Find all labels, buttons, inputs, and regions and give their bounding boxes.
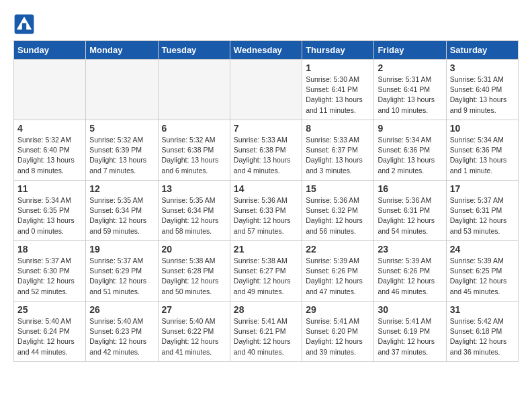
day-detail: Sunrise: 5:34 AMSunset: 6:36 PMDaylight:… <box>450 135 515 176</box>
day-number: 19 <box>89 244 154 255</box>
page-container: SundayMondayTuesdayWednesdayThursdayFrid… <box>13 13 519 362</box>
day-detail: Sunrise: 5:39 AMSunset: 6:26 PMDaylight:… <box>378 256 442 297</box>
day-detail: Sunrise: 5:33 AMSunset: 6:38 PMDaylight:… <box>234 135 298 176</box>
calendar-cell: 27Sunrise: 5:40 AMSunset: 6:22 PMDayligh… <box>158 302 230 362</box>
day-number: 25 <box>17 304 82 315</box>
calendar-cell: 9Sunrise: 5:34 AMSunset: 6:36 PMDaylight… <box>374 120 446 181</box>
calendar-cell: 31Sunrise: 5:42 AMSunset: 6:18 PMDayligh… <box>446 302 518 362</box>
calendar-header-monday: Monday <box>86 41 158 60</box>
calendar-cell <box>230 60 302 120</box>
calendar-cell: 14Sunrise: 5:36 AMSunset: 6:33 PMDayligh… <box>230 181 302 241</box>
day-detail: Sunrise: 5:41 AMSunset: 6:21 PMDaylight:… <box>234 316 298 357</box>
calendar-cell: 2Sunrise: 5:31 AMSunset: 6:41 PMDaylight… <box>374 60 446 120</box>
day-detail: Sunrise: 5:30 AMSunset: 6:41 PMDaylight:… <box>306 75 370 116</box>
day-number: 4 <box>17 123 82 134</box>
calendar-cell: 4Sunrise: 5:32 AMSunset: 6:40 PMDaylight… <box>14 120 86 181</box>
calendar-cell: 15Sunrise: 5:36 AMSunset: 6:32 PMDayligh… <box>302 181 374 241</box>
day-detail: Sunrise: 5:39 AMSunset: 6:26 PMDaylight:… <box>306 256 370 297</box>
day-number: 15 <box>306 183 370 194</box>
day-detail: Sunrise: 5:33 AMSunset: 6:37 PMDaylight:… <box>306 135 370 176</box>
day-detail: Sunrise: 5:40 AMSunset: 6:22 PMDaylight:… <box>162 316 226 357</box>
calendar-cell <box>86 60 158 120</box>
day-number: 14 <box>234 183 298 194</box>
day-detail: Sunrise: 5:37 AMSunset: 6:31 PMDaylight:… <box>450 195 515 236</box>
day-detail: Sunrise: 5:38 AMSunset: 6:27 PMDaylight:… <box>234 256 298 297</box>
day-detail: Sunrise: 5:34 AMSunset: 6:36 PMDaylight:… <box>378 135 442 176</box>
day-detail: Sunrise: 5:32 AMSunset: 6:39 PMDaylight:… <box>89 135 154 176</box>
calendar-cell: 18Sunrise: 5:37 AMSunset: 6:30 PMDayligh… <box>14 241 86 302</box>
calendar-cell: 12Sunrise: 5:35 AMSunset: 6:34 PMDayligh… <box>86 181 158 241</box>
calendar-cell: 7Sunrise: 5:33 AMSunset: 6:38 PMDaylight… <box>230 120 302 181</box>
calendar-header-wednesday: Wednesday <box>230 41 302 60</box>
day-number: 31 <box>450 304 515 315</box>
day-detail: Sunrise: 5:41 AMSunset: 6:20 PMDaylight:… <box>306 316 370 357</box>
calendar-cell: 25Sunrise: 5:40 AMSunset: 6:24 PMDayligh… <box>14 302 86 362</box>
day-number: 2 <box>378 62 442 73</box>
week-row-2: 4Sunrise: 5:32 AMSunset: 6:40 PMDaylight… <box>14 120 519 181</box>
day-number: 30 <box>378 304 442 315</box>
day-detail: Sunrise: 5:39 AMSunset: 6:25 PMDaylight:… <box>450 256 515 297</box>
day-number: 21 <box>234 244 298 255</box>
calendar-cell <box>158 60 230 120</box>
day-number: 26 <box>89 304 154 315</box>
calendar-cell: 5Sunrise: 5:32 AMSunset: 6:39 PMDaylight… <box>86 120 158 181</box>
day-detail: Sunrise: 5:37 AMSunset: 6:29 PMDaylight:… <box>89 256 154 297</box>
day-number: 16 <box>378 183 442 194</box>
day-detail: Sunrise: 5:38 AMSunset: 6:28 PMDaylight:… <box>162 256 226 297</box>
day-number: 28 <box>234 304 298 315</box>
day-number: 23 <box>378 244 442 255</box>
day-number: 8 <box>306 123 370 134</box>
calendar-cell: 24Sunrise: 5:39 AMSunset: 6:25 PMDayligh… <box>446 241 518 302</box>
logo <box>13 13 39 35</box>
day-number: 1 <box>306 62 370 73</box>
day-detail: Sunrise: 5:34 AMSunset: 6:35 PMDaylight:… <box>17 195 82 236</box>
calendar-cell: 10Sunrise: 5:34 AMSunset: 6:36 PMDayligh… <box>446 120 518 181</box>
calendar-cell: 11Sunrise: 5:34 AMSunset: 6:35 PMDayligh… <box>14 181 86 241</box>
day-detail: Sunrise: 5:40 AMSunset: 6:24 PMDaylight:… <box>17 316 82 357</box>
day-number: 17 <box>450 183 515 194</box>
day-detail: Sunrise: 5:36 AMSunset: 6:31 PMDaylight:… <box>378 195 442 236</box>
calendar-cell: 21Sunrise: 5:38 AMSunset: 6:27 PMDayligh… <box>230 241 302 302</box>
calendar-cell: 8Sunrise: 5:33 AMSunset: 6:37 PMDaylight… <box>302 120 374 181</box>
day-number: 3 <box>450 62 515 73</box>
day-number: 12 <box>89 183 154 194</box>
day-detail: Sunrise: 5:37 AMSunset: 6:30 PMDaylight:… <box>17 256 82 297</box>
week-row-1: 1Sunrise: 5:30 AMSunset: 6:41 PMDaylight… <box>14 60 519 120</box>
calendar-cell: 6Sunrise: 5:32 AMSunset: 6:38 PMDaylight… <box>158 120 230 181</box>
calendar-cell: 13Sunrise: 5:35 AMSunset: 6:34 PMDayligh… <box>158 181 230 241</box>
day-number: 18 <box>17 244 82 255</box>
calendar-header-friday: Friday <box>374 41 446 60</box>
calendar-cell <box>14 60 86 120</box>
day-number: 5 <box>89 123 154 134</box>
day-detail: Sunrise: 5:35 AMSunset: 6:34 PMDaylight:… <box>162 195 226 236</box>
calendar-cell: 19Sunrise: 5:37 AMSunset: 6:29 PMDayligh… <box>86 241 158 302</box>
calendar-cell: 28Sunrise: 5:41 AMSunset: 6:21 PMDayligh… <box>230 302 302 362</box>
day-number: 29 <box>306 304 370 315</box>
calendar-header-row: SundayMondayTuesdayWednesdayThursdayFrid… <box>14 41 519 60</box>
calendar-table: SundayMondayTuesdayWednesdayThursdayFrid… <box>13 40 519 362</box>
day-detail: Sunrise: 5:31 AMSunset: 6:40 PMDaylight:… <box>450 75 515 116</box>
logo-icon <box>13 13 35 35</box>
calendar-cell: 30Sunrise: 5:41 AMSunset: 6:19 PMDayligh… <box>374 302 446 362</box>
day-number: 27 <box>162 304 226 315</box>
calendar-cell: 20Sunrise: 5:38 AMSunset: 6:28 PMDayligh… <box>158 241 230 302</box>
calendar-cell: 29Sunrise: 5:41 AMSunset: 6:20 PMDayligh… <box>302 302 374 362</box>
week-row-3: 11Sunrise: 5:34 AMSunset: 6:35 PMDayligh… <box>14 181 519 241</box>
day-number: 9 <box>378 123 442 134</box>
calendar-header-thursday: Thursday <box>302 41 374 60</box>
week-row-5: 25Sunrise: 5:40 AMSunset: 6:24 PMDayligh… <box>14 302 519 362</box>
week-row-4: 18Sunrise: 5:37 AMSunset: 6:30 PMDayligh… <box>14 241 519 302</box>
calendar-cell: 17Sunrise: 5:37 AMSunset: 6:31 PMDayligh… <box>446 181 518 241</box>
day-number: 6 <box>162 123 226 134</box>
day-number: 10 <box>450 123 515 134</box>
day-detail: Sunrise: 5:40 AMSunset: 6:23 PMDaylight:… <box>89 316 154 357</box>
header <box>13 13 519 35</box>
day-detail: Sunrise: 5:36 AMSunset: 6:32 PMDaylight:… <box>306 195 370 236</box>
day-number: 20 <box>162 244 226 255</box>
calendar-cell: 16Sunrise: 5:36 AMSunset: 6:31 PMDayligh… <box>374 181 446 241</box>
calendar-header-sunday: Sunday <box>14 41 86 60</box>
calendar-header-tuesday: Tuesday <box>158 41 230 60</box>
day-detail: Sunrise: 5:32 AMSunset: 6:38 PMDaylight:… <box>162 135 226 176</box>
day-detail: Sunrise: 5:35 AMSunset: 6:34 PMDaylight:… <box>89 195 154 236</box>
day-detail: Sunrise: 5:31 AMSunset: 6:41 PMDaylight:… <box>378 75 442 116</box>
